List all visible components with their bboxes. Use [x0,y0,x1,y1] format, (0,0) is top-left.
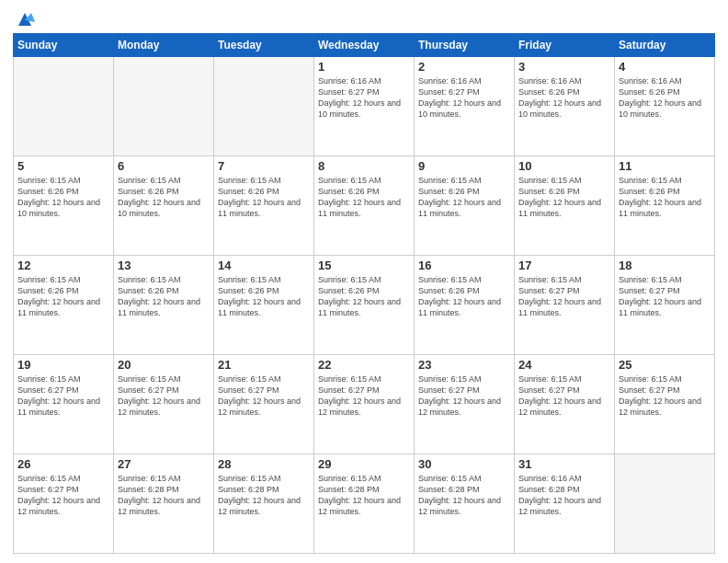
day-info: Sunrise: 6:15 AM Sunset: 6:28 PM Dayligh… [418,473,510,518]
calendar-cell: 14Sunrise: 6:15 AM Sunset: 6:26 PM Dayli… [214,256,314,355]
day-info: Sunrise: 6:15 AM Sunset: 6:26 PM Dayligh… [619,175,711,220]
day-number: 20 [118,358,210,372]
calendar-cell [615,454,715,554]
day-number: 12 [17,259,109,272]
day-info: Sunrise: 6:15 AM Sunset: 6:27 PM Dayligh… [318,373,410,419]
day-info: Sunrise: 6:15 AM Sunset: 6:27 PM Dayligh… [17,473,109,518]
day-number: 21 [218,358,310,372]
logo [13,9,35,28]
calendar-cell: 20Sunrise: 6:15 AM Sunset: 6:27 PM Dayli… [114,355,214,454]
day-info: Sunrise: 6:15 AM Sunset: 6:28 PM Dayligh… [118,473,210,518]
week-row-2: 12Sunrise: 6:15 AM Sunset: 6:26 PM Dayli… [14,256,715,355]
day-info: Sunrise: 6:15 AM Sunset: 6:28 PM Dayligh… [318,473,410,518]
day-info: Sunrise: 6:15 AM Sunset: 6:26 PM Dayligh… [118,175,210,220]
calendar-cell: 31Sunrise: 6:16 AM Sunset: 6:28 PM Dayli… [515,454,615,554]
calendar-table: SundayMondayTuesdayWednesdayThursdayFrid… [13,33,715,554]
day-number: 13 [118,259,210,272]
day-number: 26 [17,457,109,471]
calendar-cell [114,57,214,156]
calendar-cell: 19Sunrise: 6:15 AM Sunset: 6:27 PM Dayli… [14,355,114,454]
calendar-cell: 27Sunrise: 6:15 AM Sunset: 6:28 PM Dayli… [114,454,214,554]
day-info: Sunrise: 6:15 AM Sunset: 6:26 PM Dayligh… [218,175,310,220]
weekday-header-sunday: Sunday [14,34,114,57]
day-info: Sunrise: 6:15 AM Sunset: 6:27 PM Dayligh… [17,373,109,419]
day-info: Sunrise: 6:15 AM Sunset: 6:26 PM Dayligh… [418,274,510,319]
day-info: Sunrise: 6:15 AM Sunset: 6:26 PM Dayligh… [318,274,410,319]
week-row-1: 5Sunrise: 6:15 AM Sunset: 6:26 PM Daylig… [14,156,715,256]
week-row-4: 26Sunrise: 6:15 AM Sunset: 6:27 PM Dayli… [14,454,715,554]
calendar-cell: 7Sunrise: 6:15 AM Sunset: 6:26 PM Daylig… [214,156,314,256]
calendar-cell: 28Sunrise: 6:15 AM Sunset: 6:28 PM Dayli… [214,454,314,554]
calendar-cell: 1Sunrise: 6:16 AM Sunset: 6:27 PM Daylig… [314,57,415,156]
day-info: Sunrise: 6:15 AM Sunset: 6:26 PM Dayligh… [218,274,310,319]
day-number: 23 [418,358,510,372]
weekday-header-thursday: Thursday [415,34,515,57]
calendar-cell: 16Sunrise: 6:15 AM Sunset: 6:26 PM Dayli… [415,256,515,355]
day-number: 11 [619,159,711,173]
calendar-cell: 25Sunrise: 6:15 AM Sunset: 6:27 PM Dayli… [615,355,715,454]
day-number: 9 [418,159,510,173]
calendar-cell: 5Sunrise: 6:15 AM Sunset: 6:26 PM Daylig… [14,156,114,256]
day-info: Sunrise: 6:15 AM Sunset: 6:27 PM Dayligh… [619,373,711,419]
day-number: 3 [518,60,610,74]
day-number: 24 [518,358,610,372]
day-number: 29 [318,457,410,471]
calendar-cell [14,57,114,156]
day-number: 28 [218,457,310,471]
calendar-cell: 6Sunrise: 6:15 AM Sunset: 6:26 PM Daylig… [114,156,214,256]
calendar-cell: 2Sunrise: 6:16 AM Sunset: 6:27 PM Daylig… [415,57,515,156]
calendar-cell: 26Sunrise: 6:15 AM Sunset: 6:27 PM Dayli… [14,454,114,554]
day-number: 30 [418,457,510,471]
calendar-cell [214,57,314,156]
day-info: Sunrise: 6:15 AM Sunset: 6:26 PM Dayligh… [118,274,210,319]
day-info: Sunrise: 6:16 AM Sunset: 6:27 PM Dayligh… [418,75,510,121]
week-row-3: 19Sunrise: 6:15 AM Sunset: 6:27 PM Dayli… [14,355,715,454]
week-row-0: 1Sunrise: 6:16 AM Sunset: 6:27 PM Daylig… [14,57,715,156]
day-number: 22 [318,358,410,372]
day-info: Sunrise: 6:15 AM Sunset: 6:26 PM Dayligh… [518,175,610,220]
day-info: Sunrise: 6:15 AM Sunset: 6:26 PM Dayligh… [318,175,410,220]
day-number: 19 [17,358,109,372]
calendar-cell: 10Sunrise: 6:15 AM Sunset: 6:26 PM Dayli… [515,156,615,256]
day-number: 5 [17,159,109,173]
calendar-cell: 11Sunrise: 6:15 AM Sunset: 6:26 PM Dayli… [615,156,715,256]
day-info: Sunrise: 6:15 AM Sunset: 6:27 PM Dayligh… [518,274,610,319]
calendar-cell: 15Sunrise: 6:15 AM Sunset: 6:26 PM Dayli… [314,256,415,355]
calendar-cell: 17Sunrise: 6:15 AM Sunset: 6:27 PM Dayli… [515,256,615,355]
day-number: 15 [318,259,410,272]
day-info: Sunrise: 6:16 AM Sunset: 6:27 PM Dayligh… [318,75,410,121]
logo-icon [15,9,35,29]
calendar-cell: 8Sunrise: 6:15 AM Sunset: 6:26 PM Daylig… [314,156,415,256]
day-info: Sunrise: 6:15 AM Sunset: 6:27 PM Dayligh… [619,274,711,319]
calendar-cell: 21Sunrise: 6:15 AM Sunset: 6:27 PM Dayli… [214,355,314,454]
day-info: Sunrise: 6:15 AM Sunset: 6:26 PM Dayligh… [17,175,109,220]
day-info: Sunrise: 6:16 AM Sunset: 6:26 PM Dayligh… [518,75,610,121]
calendar-cell: 29Sunrise: 6:15 AM Sunset: 6:28 PM Dayli… [314,454,415,554]
weekday-header-saturday: Saturday [615,34,715,57]
calendar-cell: 3Sunrise: 6:16 AM Sunset: 6:26 PM Daylig… [515,57,615,156]
day-number: 16 [418,259,510,272]
day-info: Sunrise: 6:15 AM Sunset: 6:27 PM Dayligh… [218,373,310,419]
calendar-cell: 30Sunrise: 6:15 AM Sunset: 6:28 PM Dayli… [415,454,515,554]
weekday-header-friday: Friday [515,34,615,57]
day-number: 4 [619,60,711,74]
day-number: 2 [418,60,510,74]
day-info: Sunrise: 6:15 AM Sunset: 6:28 PM Dayligh… [218,473,310,518]
day-number: 18 [619,259,711,272]
page: SundayMondayTuesdayWednesdayThursdayFrid… [0,0,728,563]
day-info: Sunrise: 6:15 AM Sunset: 6:27 PM Dayligh… [118,373,210,419]
day-number: 25 [619,358,711,372]
calendar-cell: 4Sunrise: 6:16 AM Sunset: 6:26 PM Daylig… [615,57,715,156]
calendar-cell: 18Sunrise: 6:15 AM Sunset: 6:27 PM Dayli… [615,256,715,355]
day-info: Sunrise: 6:15 AM Sunset: 6:27 PM Dayligh… [518,373,610,419]
day-number: 31 [518,457,610,471]
weekday-header-row: SundayMondayTuesdayWednesdayThursdayFrid… [14,34,715,57]
calendar-cell: 12Sunrise: 6:15 AM Sunset: 6:26 PM Dayli… [14,256,114,355]
day-number: 8 [318,159,410,173]
day-info: Sunrise: 6:15 AM Sunset: 6:27 PM Dayligh… [418,373,510,419]
day-number: 10 [518,159,610,173]
day-number: 1 [318,60,410,74]
day-info: Sunrise: 6:15 AM Sunset: 6:26 PM Dayligh… [17,274,109,319]
weekday-header-wednesday: Wednesday [314,34,415,57]
day-number: 6 [118,159,210,173]
